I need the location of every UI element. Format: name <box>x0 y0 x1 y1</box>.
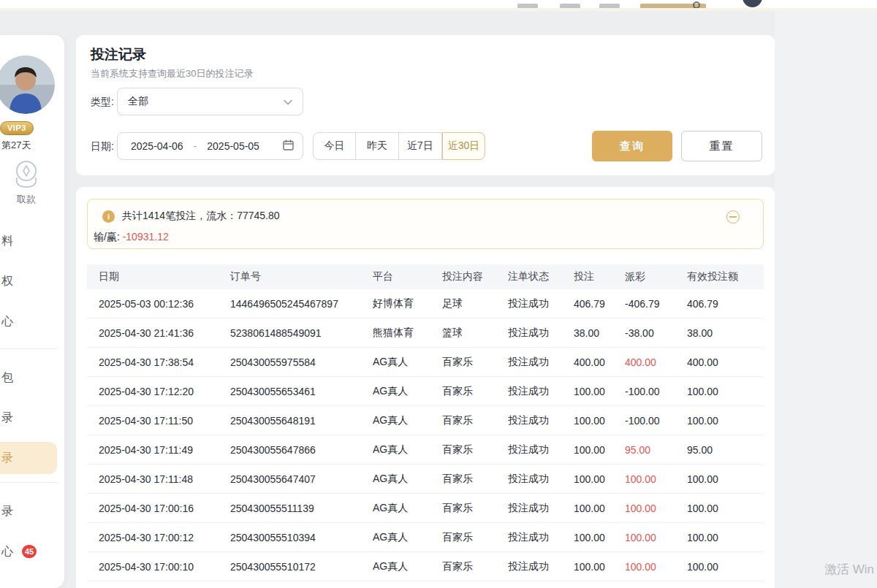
page-subtitle: 当前系统支持查询最近30日的投注记录 <box>91 67 253 80</box>
collapse-icon[interactable] <box>726 210 740 224</box>
cell-status: 投注成功 <box>508 502 574 515</box>
cell-bet: 406.79 <box>574 298 625 310</box>
sidebar-item[interactable]: 录 <box>0 407 57 429</box>
page-title: 投注记录 <box>91 45 146 64</box>
sidebar-divider <box>0 482 57 483</box>
date-end-value: 2025-05-05 <box>207 140 259 152</box>
cell-bet: 38.00 <box>574 327 625 339</box>
sidebar-item[interactable]: 包 <box>0 367 57 389</box>
cell-platform: 好博体育 <box>373 297 442 310</box>
search-icon[interactable] <box>693 1 700 8</box>
records-table: 日期订单号平台投注内容注单状态投注派彩有效投注额 2025-05-03 00:1… <box>87 264 764 581</box>
cell-order: 250430055648191 <box>230 415 373 427</box>
cell-status: 投注成功 <box>508 297 574 310</box>
cell-content: 足球 <box>442 297 508 310</box>
cell-content: 百家乐 <box>442 560 508 573</box>
user-avatar[interactable] <box>0 56 55 114</box>
table-header-cell: 注单状态 <box>508 270 574 283</box>
sidebar-item[interactable]: 录 <box>0 500 57 522</box>
cell-date: 2025-04-30 21:41:36 <box>99 327 230 339</box>
cell-order: 250430055653461 <box>230 386 373 397</box>
date-separator: - <box>194 140 197 152</box>
search-button[interactable]: 查询 <box>592 131 672 161</box>
cell-date: 2025-04-30 17:11:48 <box>99 473 230 485</box>
quick-range-group: 今日昨天近7日近30日 <box>313 132 485 160</box>
cell-status: 投注成功 <box>508 414 574 427</box>
cell-platform: AG真人 <box>373 385 442 398</box>
cell-platform: AG真人 <box>373 531 442 544</box>
cell-bet: 100.00 <box>574 532 625 543</box>
type-filter-label: 类型: <box>91 96 114 109</box>
cell-order: 250430055510394 <box>230 532 373 543</box>
table-row: 2025-05-03 00:12:361446496505245467897好博… <box>87 289 764 318</box>
cell-payout: 100.00 <box>625 473 687 485</box>
loss-label: 输/赢: <box>94 231 120 243</box>
sidebar-item-label: 录 <box>1 451 13 466</box>
sidebar-item-label: 心 <box>1 544 13 560</box>
sidebar-item-label: 录 <box>1 411 13 426</box>
sidebar-item[interactable]: 心 <box>0 310 57 332</box>
sidebar-item-withdraw[interactable]: 取款 <box>0 159 53 206</box>
sidebar-item[interactable]: 料 <box>0 230 57 252</box>
calendar-icon <box>283 140 294 153</box>
cell-content: 百家乐 <box>442 531 508 544</box>
sidebar-item[interactable]: 心45 <box>0 541 57 562</box>
date-range-input[interactable]: 2025-04-06 - 2025-05-05 <box>117 132 303 160</box>
cell-content: 百家乐 <box>442 443 508 457</box>
type-select[interactable]: 全部 <box>117 88 303 115</box>
quick-range-button[interactable]: 今日 <box>313 132 356 160</box>
summary-panel: i 共计1414笔投注，流水：77745.80 输/赢: -10931.12 <box>87 199 764 249</box>
reset-button[interactable]: 重置 <box>681 131 762 161</box>
table-row: 2025-04-30 17:11:48250430055647407AG真人百家… <box>87 465 764 494</box>
cell-status: 投注成功 <box>508 385 574 398</box>
cell-date: 2025-04-30 17:38:54 <box>99 356 230 368</box>
summary-totals-text: 共计1414笔投注，流水：77745.80 <box>122 210 280 223</box>
table-header-cell: 平台 <box>373 270 442 283</box>
cell-bet: 100.00 <box>574 415 625 427</box>
vip-badge: VIP3 <box>0 121 34 135</box>
cell-order: 250430055647866 <box>230 444 373 456</box>
cell-date: 2025-04-30 17:00:10 <box>99 561 230 573</box>
table-body: 2025-05-03 00:12:361446496505245467897好博… <box>87 289 764 581</box>
background-panel <box>775 11 877 588</box>
cell-status: 投注成功 <box>508 327 574 340</box>
cell-bet: 100.00 <box>574 444 625 456</box>
table-header-cell: 订单号 <box>230 270 373 283</box>
cell-platform: AG真人 <box>373 560 442 573</box>
table-header-cell: 日期 <box>99 270 230 283</box>
quick-range-button[interactable]: 近30日 <box>442 132 485 160</box>
sidebar-item-active[interactable]: 录 <box>0 442 57 474</box>
sidebar: VIP3 第27天 取款 料权心包录录录心45 <box>0 35 64 588</box>
table-header-cell: 投注 <box>574 270 625 283</box>
cell-status: 投注成功 <box>508 473 574 486</box>
cell-valid: 95.00 <box>687 444 764 456</box>
table-row: 2025-04-30 17:00:16250430055511139AG真人百家… <box>87 494 764 523</box>
cell-payout: 400.00 <box>625 356 687 368</box>
sidebar-item-label: 录 <box>1 504 13 519</box>
cell-valid: 100.00 <box>687 473 764 485</box>
windows-activation-watermark: 激活 Win <box>824 561 874 578</box>
cell-order: 250430055511139 <box>230 503 373 514</box>
table-header-cell: 有效投注额 <box>687 270 764 283</box>
cell-valid: 100.00 <box>687 532 764 543</box>
sidebar-item-label: 心 <box>1 314 13 329</box>
cell-status: 投注成功 <box>508 443 574 457</box>
loss-value: -10931.12 <box>123 231 169 243</box>
table-row: 2025-04-30 17:12:20250430055653461AG真人百家… <box>87 377 764 406</box>
top-bar-divider <box>0 8 877 11</box>
type-select-value: 全部 <box>128 95 148 108</box>
quick-range-button[interactable]: 近7日 <box>399 132 442 160</box>
chevron-down-icon <box>284 96 292 107</box>
quick-range-button[interactable]: 昨天 <box>356 132 399 160</box>
cell-platform: AG真人 <box>373 414 442 427</box>
sidebar-item[interactable]: 权 <box>0 270 57 292</box>
table-row: 2025-04-30 21:41:365238061488549091熊猫体育篮… <box>87 318 764 348</box>
table-row: 2025-04-30 17:11:49250430055647866AG真人百家… <box>87 435 764 465</box>
table-row: 2025-04-30 17:11:50250430055648191AG真人百家… <box>87 406 764 435</box>
user-avatar-small[interactable] <box>743 0 762 7</box>
sidebar-menu: 料权心包录录录心45 <box>0 230 57 581</box>
cell-payout: 100.00 <box>625 503 687 514</box>
cell-platform: AG真人 <box>373 473 442 486</box>
sidebar-item-label: 料 <box>1 234 13 249</box>
cell-payout: 100.00 <box>625 561 687 573</box>
